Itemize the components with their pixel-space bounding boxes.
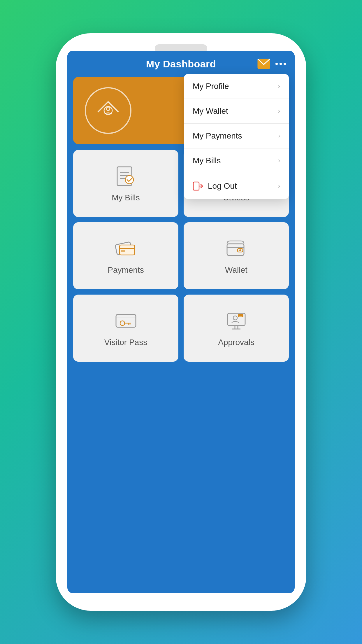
phone-frame: My Dashboard (56, 33, 306, 611)
logout-icon (193, 181, 203, 191)
menu-item-label: My Bills (193, 156, 221, 165)
page-title: My Dashboard (146, 58, 216, 70)
approvals-icon (225, 309, 248, 332)
menu-item-label: My Wallet (193, 106, 228, 116)
menu-item-left: My Wallet (193, 106, 228, 116)
svg-rect-15 (227, 244, 244, 256)
grid-item-visitor-pass[interactable]: Visitor Pass (73, 295, 178, 362)
grid-item-wallet[interactable]: Wallet (184, 222, 289, 289)
grid-item-label: Wallet (225, 265, 247, 275)
menu-item-left: My Bills (193, 156, 221, 165)
menu-item-label: Log Out (208, 181, 237, 191)
dot (284, 63, 286, 65)
grid-item-label: Payments (108, 265, 144, 275)
svg-rect-14 (121, 250, 125, 252)
svg-rect-18 (116, 314, 136, 327)
svg-point-2 (106, 107, 110, 111)
grid-item-approvals[interactable]: Approvals (184, 295, 289, 362)
dropdown-menu: My Profile › My Wallet › My Payments › (184, 74, 289, 199)
menu-item-my-bills[interactable]: My Bills › (184, 148, 289, 173)
chevron-right-icon: › (278, 182, 280, 190)
chevron-right-icon: › (278, 157, 280, 164)
menu-item-label: My Profile (193, 82, 229, 91)
menu-item-left: Log Out (193, 181, 237, 191)
svg-point-20 (120, 321, 125, 326)
grid-item-label: My Bills (112, 193, 140, 202)
chevron-right-icon: › (278, 132, 280, 140)
svg-point-17 (239, 249, 241, 251)
menu-item-my-wallet[interactable]: My Wallet › (184, 99, 289, 124)
wallet-icon (225, 237, 248, 260)
grid-item-label: Visitor Pass (104, 338, 147, 347)
mail-icon[interactable] (257, 59, 270, 69)
menu-item-my-profile[interactable]: My Profile › (184, 74, 289, 99)
menu-item-label: My Payments (193, 131, 242, 141)
dot (275, 63, 278, 65)
more-options-icon[interactable] (275, 63, 286, 65)
header: My Dashboard (67, 51, 295, 77)
svg-point-28 (233, 316, 237, 320)
svg-point-7 (125, 176, 133, 184)
visitor-pass-icon (114, 309, 138, 332)
menu-item-left: My Profile (193, 82, 229, 91)
menu-item-left: My Payments (193, 131, 242, 141)
header-icons (257, 59, 286, 69)
grid-item-label: Approvals (218, 338, 254, 347)
grid-item-payments[interactable]: Payments (73, 222, 178, 289)
chevron-right-icon: › (278, 83, 280, 90)
profile-avatar-icon (94, 96, 123, 125)
chevron-right-icon: › (278, 107, 280, 115)
avatar (85, 87, 131, 134)
menu-item-log-out[interactable]: Log Out › (184, 173, 289, 199)
payments-icon (114, 237, 138, 260)
menu-item-my-payments[interactable]: My Payments › (184, 124, 289, 148)
phone-screen: My Dashboard (67, 51, 295, 593)
dot (280, 63, 282, 65)
svg-rect-32 (193, 182, 199, 190)
bills-icon (114, 164, 138, 188)
grid-item-my-bills[interactable]: My Bills (73, 150, 178, 217)
svg-rect-29 (238, 314, 243, 317)
